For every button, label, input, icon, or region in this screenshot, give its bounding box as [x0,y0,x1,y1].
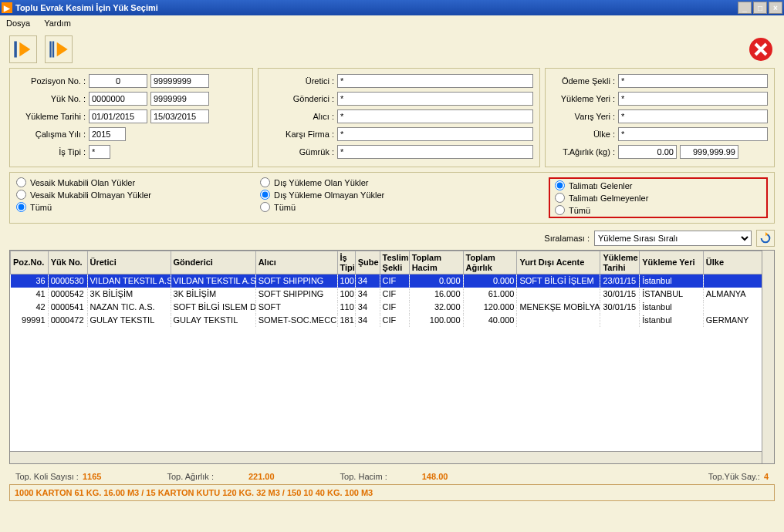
table-cell[interactable]: 100 [337,288,355,301]
radio-vesaik-olan[interactable]: Vesaik Mukabili Olan Yükler [16,177,260,187]
toolbar-btn-1[interactable] [9,35,37,63]
table-cell[interactable]: 42 [11,301,49,314]
table-cell[interactable]: 23/01/15 [600,274,640,288]
col-ytarihi[interactable]: Yükleme Tarihi [600,251,640,274]
gumruk-input[interactable] [337,145,533,159]
table-cell[interactable]: 110 [337,301,355,314]
col-gonderici[interactable]: Gönderici [171,251,255,274]
table-cell[interactable]: CIF [380,301,409,314]
table-cell[interactable]: CIF [380,314,409,327]
table-cell[interactable]: İstanbul [640,274,704,288]
maximize-button[interactable]: □ [753,2,767,14]
data-grid[interactable]: Poz.No. Yük No. Üretici Gönderici Alıcı … [10,251,774,327]
table-cell[interactable]: MENEKŞE MOBİLYA [517,301,600,314]
radio-dis-olan[interactable]: Dış Yükleme Olan Yükler [260,177,549,187]
close-button[interactable] [747,35,775,63]
table-cell[interactable]: SOFT BİLGİ İŞLEM [517,274,600,288]
table-cell[interactable] [517,314,600,327]
table-cell[interactable] [703,274,762,288]
table-cell[interactable]: 0000541 [48,301,87,314]
table-cell[interactable]: GULAY TEKSTIL [87,314,171,327]
table-cell[interactable]: 99991 [11,314,49,327]
table-cell[interactable]: 0.000 [409,274,463,288]
pozisyon-to-input[interactable] [150,74,209,88]
table-cell[interactable]: 0000542 [48,288,87,301]
col-sube[interactable]: Şube [355,251,380,274]
v-scrollbar[interactable] [762,251,774,463]
table-cell[interactable] [517,288,600,301]
h-scrollbar[interactable] [10,451,762,463]
gonderici-input[interactable] [337,92,533,106]
table-cell[interactable]: SOMET-SOC.MECC.T [255,314,337,327]
radio-vesaik-tumu[interactable]: Tümü [16,202,260,212]
table-cell[interactable]: İstanbul [640,301,704,314]
table-row[interactable]: 4100005423K BİLİŞİM3K BİLİŞİMSOFT SHIPPI… [11,288,774,301]
alici-input[interactable] [337,109,533,123]
table-cell[interactable] [703,301,762,314]
table-cell[interactable]: 0000472 [48,314,87,327]
table-cell[interactable] [600,314,640,327]
yyeri-input[interactable] [618,92,768,106]
cyili-input[interactable] [89,127,126,141]
table-cell[interactable]: CIF [380,274,409,288]
table-cell[interactable]: 40.000 [463,314,517,327]
table-cell[interactable]: 34 [355,274,380,288]
table-row[interactable]: 999910000472GULAY TEKSTILGULAY TEKSTILSO… [11,314,774,327]
table-row[interactable]: 420000541NAZAN TIC. A.S.SOFT BİLGİ ISLEM… [11,301,774,314]
table-cell[interactable]: VILDAN TEKSTIL A.S [87,274,171,288]
menu-dosya[interactable]: Dosya [6,19,30,28]
karsi-input[interactable] [337,127,533,141]
varis-input[interactable] [618,109,768,123]
table-cell[interactable]: İSTANBUL [640,288,704,301]
table-cell[interactable]: 34 [355,288,380,301]
table-cell[interactable]: 34 [355,301,380,314]
col-yuk[interactable]: Yük No. [48,251,87,274]
col-alici[interactable]: Alıcı [255,251,337,274]
menu-yardim[interactable]: Yardım [44,19,71,28]
table-cell[interactable]: 100.000 [409,314,463,327]
table-cell[interactable]: 3K BİLİŞİM [171,288,255,301]
table-cell[interactable]: 41 [11,288,49,301]
table-cell[interactable]: SOFT BİLGİ ISLEM DA [171,301,255,314]
col-acente[interactable]: Yurt Dışı Acente [517,251,600,274]
col-ulke[interactable]: Ülke [703,251,762,274]
table-cell[interactable]: SOFT SHIPPING [255,274,337,288]
table-cell[interactable]: SOFT SHIPPING [255,288,337,301]
table-cell[interactable]: CIF [380,288,409,301]
toolbar-btn-2[interactable] [45,35,73,63]
uretici-input[interactable] [337,74,533,88]
col-yyeri[interactable]: Yükleme Yeri [640,251,704,274]
istipi-input[interactable] [89,145,110,159]
col-agirlik[interactable]: Toplam Ağırlık [463,251,517,274]
table-cell[interactable]: 0000530 [48,274,87,288]
table-cell[interactable]: NAZAN TIC. A.S. [87,301,171,314]
refresh-button[interactable] [756,230,775,247]
ytarihi-from-input[interactable] [89,109,147,123]
ulke-input[interactable] [618,127,768,141]
table-cell[interactable]: İstanbul [640,314,704,327]
close-window-button[interactable]: × [769,2,782,14]
table-cell[interactable]: 34 [355,314,380,327]
tagirlik-to-input[interactable] [680,145,738,159]
table-cell[interactable]: 100 [337,274,355,288]
table-cell[interactable]: 16.000 [409,288,463,301]
table-cell[interactable]: 0.000 [463,274,517,288]
radio-talimat-tumu[interactable]: Tümü [555,205,762,215]
radio-talimat-gelen[interactable]: Talimatı Gelenler [555,180,762,190]
table-cell[interactable]: GERMANY [703,314,762,327]
radio-vesaik-olmayan[interactable]: Vesaik Mukabili Olmayan Yükler [16,190,260,200]
yuk-from-input[interactable] [89,92,147,106]
table-cell[interactable]: 181 [337,314,355,327]
minimize-button[interactable]: _ [738,2,752,14]
table-row[interactable]: 360000530VILDAN TEKSTIL A.SVILDAN TEKSTI… [11,274,774,288]
table-cell[interactable]: 61.000 [463,288,517,301]
sort-select[interactable]: Yükleme Sırası Sıralı [594,231,752,246]
col-teslim[interactable]: Teslim Şekli [380,251,409,274]
tagirlik-from-input[interactable] [618,145,677,159]
table-cell[interactable]: VILDAN TEKSTIL A.S [171,274,255,288]
table-cell[interactable]: ALMANYA [703,288,762,301]
yuk-to-input[interactable] [150,92,209,106]
ytarihi-to-input[interactable] [150,109,209,123]
odeme-input[interactable] [618,74,768,88]
table-cell[interactable]: GULAY TEKSTIL [171,314,255,327]
